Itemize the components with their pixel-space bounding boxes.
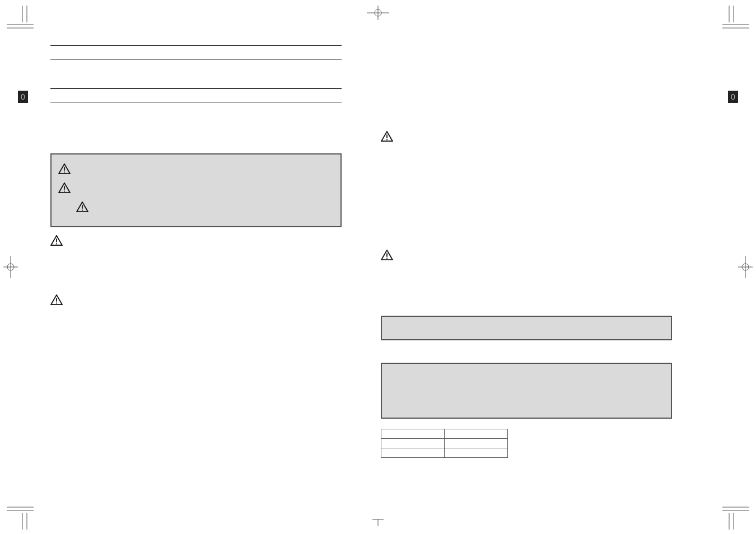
warning-icon: [58, 163, 71, 175]
side-tab-left-label: 0: [21, 92, 25, 101]
registration-mark-top: [367, 6, 389, 20]
warning-paragraph: [50, 235, 342, 263]
callout-row: [58, 202, 334, 217]
registration-mark-bottom: [372, 518, 384, 526]
warning-paragraph: [381, 131, 672, 176]
callout-row: [58, 163, 334, 179]
registration-mark-left: [3, 256, 18, 278]
shaded-bar-small: [381, 316, 672, 340]
warning-icon: [50, 294, 63, 306]
table-row: [381, 448, 508, 458]
warning-icon: [76, 202, 88, 213]
callout-row: [58, 182, 334, 198]
registration-mark-right: [738, 256, 753, 278]
warning-icon: [50, 235, 63, 246]
shaded-bar-large: [381, 363, 672, 419]
warning-icon: [381, 131, 393, 142]
warning-icon: [58, 182, 71, 194]
side-tab-right-label: 0: [731, 92, 735, 101]
warning-icon: [381, 250, 393, 261]
warning-paragraph: [381, 250, 672, 278]
side-tab-right: 0: [728, 91, 738, 103]
left-column: [50, 45, 342, 332]
table-row: [381, 439, 508, 448]
side-tab-left: 0: [18, 91, 28, 103]
table-row: [381, 429, 508, 439]
right-column: [381, 45, 672, 458]
warning-callout-box: [50, 153, 342, 227]
warning-paragraph: [50, 294, 342, 322]
small-table: [381, 429, 508, 458]
